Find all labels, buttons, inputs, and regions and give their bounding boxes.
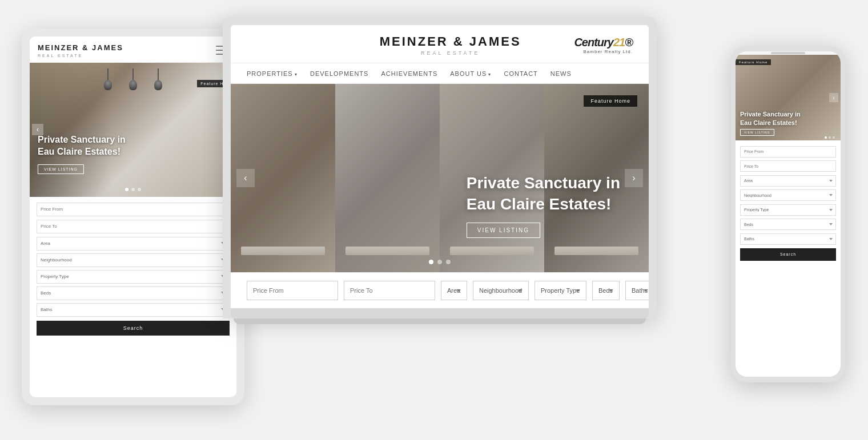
phone-area-select[interactable]: Area — [740, 175, 836, 187]
laptop-search-bar: Area Neighbourhood Property Type Beds Ba… — [231, 272, 649, 308]
phone-dot-2[interactable] — [829, 136, 831, 139]
tablet-dot-3[interactable] — [138, 188, 141, 191]
phone-hero-title: Private Sanctuary inEau Claire Estates! — [740, 110, 801, 127]
c21-logo: Century21® Bamber Realty Ltd. — [574, 36, 633, 54]
c21-name: Century21® — [574, 36, 633, 49]
tablet-prev-arrow[interactable]: ‹ — [32, 124, 43, 135]
tablet-brand-subtitle: REAL ESTATE — [38, 54, 123, 58]
menu-item-achievements[interactable]: ACHIEVEMENTS — [381, 68, 437, 79]
scene: MEINZER & JAMES REAL ESTATE Feature — [0, 0, 868, 440]
laptop-hero: Feature Home Private Sanctuary inEau Cla… — [231, 84, 649, 272]
tablet-baths-select[interactable]: Baths — [37, 303, 230, 317]
laptop-header: MEINZER & JAMES REAL ESTATE Century21® B… — [231, 25, 649, 63]
tablet-search-form: Area Neighbourhood Property Type Beds Ba… — [30, 197, 236, 341]
laptop-base — [231, 308, 649, 318]
laptop-price-to-input[interactable] — [344, 281, 435, 300]
tablet-hero-image: Feature Home Private Sanctuary inEau Cla… — [30, 63, 236, 197]
tablet-neighbourhood-select[interactable]: Neighbourhood — [37, 253, 230, 267]
laptop-area-select[interactable]: Area — [441, 281, 467, 300]
tablet-price-from-input[interactable] — [37, 203, 230, 216]
phone-carousel-dots — [825, 136, 835, 139]
laptop-nav-menu: PROPERTIES DEVELOPMENTS ACHIEVEMENTS ABO… — [231, 63, 649, 84]
tablet-price-to-input[interactable] — [37, 220, 230, 233]
laptop-foot — [234, 318, 646, 324]
tablet-view-listing-button[interactable]: VIEW LISTING — [38, 164, 84, 174]
phone-hero: Feature Home Private Sanctuary inEau Cla… — [736, 55, 841, 140]
phone-property-type-select[interactable]: Property Type — [740, 204, 836, 216]
kitchen-lights — [104, 68, 162, 90]
light-1 — [104, 68, 112, 90]
menu-item-about-us[interactable]: ABOUT US — [450, 68, 491, 79]
phone-beds-select[interactable]: Beds — [740, 219, 836, 230]
phone-feature-badge: Feature Home — [736, 59, 771, 65]
tablet-hero: Feature Home Private Sanctuary inEau Cla… — [30, 63, 236, 397]
laptop-brand: MEINZER & JAMES REAL ESTATE — [380, 34, 521, 56]
phone-price-to-input[interactable] — [740, 160, 836, 172]
tablet-slide-text: Private Sanctuary inEau Claire Estates! … — [38, 134, 126, 174]
phone-view-listing-button[interactable]: VIEW LISTING — [740, 129, 774, 136]
tablet-hero-title: Private Sanctuary inEau Claire Estates! — [38, 134, 126, 158]
laptop-property-type-select[interactable]: Property Type — [535, 281, 586, 300]
phone-search-button[interactable]: Search — [740, 248, 836, 261]
laptop-device: MEINZER & JAMES REAL ESTATE Century21® B… — [223, 17, 657, 324]
tablet-header: MEINZER & JAMES REAL ESTATE — [30, 37, 236, 63]
menu-item-developments[interactable]: DEVELOPMENTS — [310, 68, 368, 79]
laptop-brand-name: MEINZER & JAMES — [380, 34, 521, 49]
hero-prev-button[interactable]: ‹ — [236, 169, 255, 187]
tablet-beds-select[interactable]: Beds — [37, 286, 230, 300]
hero-title: Private Sanctuary inEau Claire Estates! — [467, 173, 620, 215]
tablet-area-select[interactable]: Area — [37, 237, 230, 251]
c21-subtitle: Bamber Realty Ltd. — [574, 49, 633, 54]
tablet-dot-2[interactable] — [131, 188, 135, 191]
hero-dot-2[interactable] — [437, 260, 442, 264]
hero-text-block: Private Sanctuary inEau Claire Estates! … — [467, 173, 620, 238]
phone-price-from-input[interactable] — [740, 146, 836, 158]
tablet-device: MEINZER & JAMES REAL ESTATE Feature — [22, 29, 244, 405]
menu-item-contact[interactable]: CONTACT — [504, 68, 537, 79]
tablet-search-button[interactable]: Search — [37, 321, 230, 336]
menu-item-properties[interactable]: PROPERTIES — [247, 68, 298, 79]
tablet-carousel-dots — [125, 188, 141, 191]
light-2 — [129, 68, 137, 90]
phone-next-arrow[interactable]: › — [829, 93, 838, 102]
tablet-brand-name: MEINZER & JAMES — [38, 43, 123, 53]
laptop-beds-select[interactable]: Beds — [592, 281, 620, 300]
phone-search-form: Area Neighbourhood Property Type Beds Ba… — [736, 140, 841, 377]
phone-dot-3[interactable] — [833, 136, 835, 139]
light-3 — [154, 68, 162, 90]
hero-dot-3[interactable] — [446, 260, 451, 264]
hero-view-listing-button[interactable]: VIEW LISTING — [467, 223, 540, 238]
phone-device: Feature Home Private Sanctuary inEau Cla… — [731, 46, 845, 382]
laptop-neighbourhood-select[interactable]: Neighbourhood — [473, 281, 529, 300]
phone-notch — [771, 52, 805, 54]
phone-dot-1[interactable] — [825, 136, 827, 139]
menu-item-news[interactable]: NEWS — [550, 68, 572, 79]
hero-next-button[interactable]: › — [625, 169, 643, 187]
tablet-dot-1[interactable] — [125, 188, 128, 191]
laptop-brand-subtitle: REAL ESTATE — [380, 50, 521, 56]
phone-neighbourhood-select[interactable]: Neighbourhood — [740, 189, 836, 201]
phone-baths-select[interactable]: Baths — [740, 233, 836, 245]
laptop-baths-select[interactable]: Baths — [625, 281, 649, 300]
hero-dot-1[interactable] — [429, 260, 433, 264]
tablet-property-type-select[interactable]: Property Type — [37, 270, 230, 284]
hero-carousel-dots — [429, 260, 451, 264]
laptop-price-from-input[interactable] — [247, 281, 338, 300]
hero-feature-badge: Feature Home — [584, 95, 637, 107]
